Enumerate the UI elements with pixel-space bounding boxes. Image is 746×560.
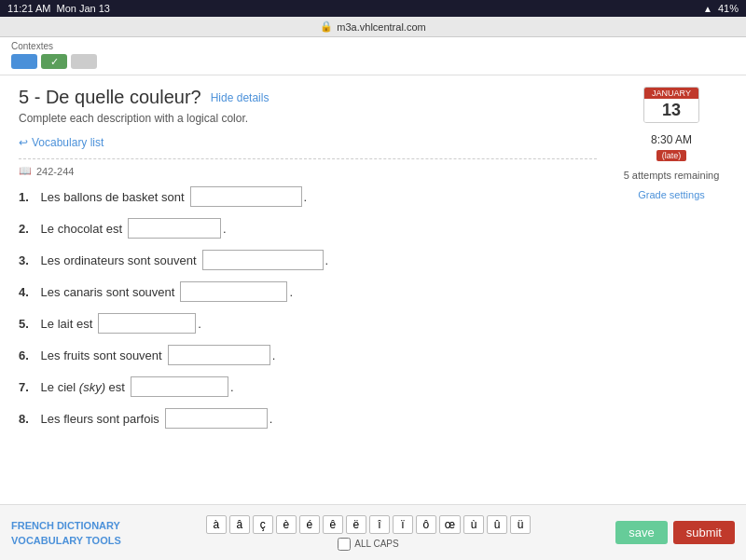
vocab-arrow-icon: ↩ [19,136,28,149]
q-text: Les canaris sont souvent [37,285,174,299]
page-ref: 📖 242-244 [19,158,597,177]
contextes-pills: ✓ [11,54,735,69]
vocab-tools-link[interactable]: VOCABULARY TOOLS [11,535,121,546]
question-number: 5 [19,87,29,107]
q-punct: . [272,348,276,362]
char-btn[interactable]: â [229,515,250,534]
q-punct: . [304,190,308,204]
char-btn[interactable]: ï [393,515,413,534]
char-btn[interactable]: è [276,515,297,534]
char-btn[interactable]: ê [323,515,343,534]
special-chars-row: àâçèéêëîïôœùûü [206,515,531,534]
q-text: Les fruits sont souvent [37,348,162,362]
question-item: 3. Les ordinateurs sont souvent. [19,250,597,270]
char-btn[interactable]: ë [346,515,366,534]
q-text: Les ordinateurs sont souvent [37,253,197,267]
char-btn[interactable]: é [299,515,320,534]
late-badge: (late) [656,150,687,161]
content-area: 5 - De quelle couleur? Hide details Comp… [0,75,746,504]
time-display: 11:21 AM [7,3,50,14]
q-punct: . [198,317,201,331]
pill-2[interactable]: ✓ [41,54,67,69]
left-content: 5 - De quelle couleur? Hide details Comp… [19,87,597,493]
q-punct: . [269,412,273,426]
char-btn[interactable]: ü [510,515,531,534]
q-text: Le ciel (sky) est [37,380,125,394]
q-punct: . [289,285,293,299]
answer-input-4[interactable] [180,281,287,302]
q-number: 2. [19,222,37,236]
status-bar-right: ▲ 41% [703,3,739,14]
day-date: Mon Jan 13 [56,3,109,14]
date-day: 13 [644,99,698,122]
char-btn[interactable]: ù [463,515,484,534]
question-item: 6. Les fruits sont souvent. [19,345,597,365]
char-btn[interactable]: ç [253,515,273,534]
q-number: 8. [19,412,37,426]
char-btn[interactable]: ô [416,515,436,534]
question-subtitle: Complete each description with a logical… [19,112,597,125]
q-text: Les fleurs sont parfois [37,412,159,426]
all-caps-label: ALL CAPS [354,539,398,549]
question-item: 4. Les canaris sont souvent. [19,281,597,302]
q-punct: . [230,380,234,394]
bottom-right: save submit [615,521,735,544]
char-btn[interactable]: œ [439,515,461,534]
char-btn[interactable]: î [369,515,390,534]
question-item: 1. Les ballons de basket sont. [19,186,597,207]
vocab-link[interactable]: ↩ Vocabulary list [19,136,597,149]
q-number: 5. [19,317,37,331]
submit-button[interactable]: submit [673,521,735,544]
url-text: m3a.vhlcentral.com [337,21,425,33]
q-number: 3. [19,253,37,267]
status-bar-left: 11:21 AM Mon Jan 13 [7,3,110,14]
date-time: 8:30 AM [651,133,692,146]
grade-settings-link[interactable]: Grade settings [638,189,705,200]
q-text: Le lait est [37,317,92,331]
q-number: 1. [19,190,37,204]
question-item: 2. Le chocolat est. [19,218,597,239]
answer-input-6[interactable] [168,345,270,365]
question-header: 5 - De quelle couleur? Hide details [19,87,597,108]
answer-input-3[interactable] [202,250,324,270]
chars-section: àâçèéêëîïôœùûü ALL CAPS [206,515,531,551]
lock-icon: 🔒 [320,20,333,33]
answer-input-1[interactable] [190,186,302,207]
q-number: 7. [19,380,37,394]
question-title-text: De quelle couleur? [46,87,201,107]
all-caps-checkbox[interactable] [338,538,351,551]
char-btn[interactable]: à [206,515,227,534]
battery-level: 41% [718,3,739,14]
wifi-icon: ▲ [703,4,712,14]
question-item: 8. Les fleurs sont parfois. [19,408,597,429]
pill-1[interactable] [11,54,37,69]
answer-input-7[interactable] [131,376,228,397]
right-panel: January 13 8:30 AM (late) 5 attempts rem… [615,87,727,493]
french-dict-link[interactable]: FRENCH DICTIONARY [11,520,121,531]
status-bar: 11:21 AM Mon Jan 13 ▲ 41% [0,0,746,17]
answer-input-2[interactable] [128,218,221,239]
q-text: Le chocolat est [37,222,122,236]
vocab-link-text: Vocabulary list [32,136,104,149]
q-number: 6. [19,348,37,362]
q-punct: . [223,222,227,236]
q-number: 4. [19,285,37,299]
attempts-text: 5 attempts remaining [615,169,727,183]
book-icon: 📖 [19,165,32,177]
contextes-bar: Contextes ✓ [0,37,746,75]
answer-input-5[interactable] [98,313,196,334]
char-btn[interactable]: û [487,515,507,534]
page-ref-text: 242-244 [36,166,74,177]
questions-list: 1. Les ballons de basket sont.2. Le choc… [19,186,597,429]
q-text: Les ballons de basket sont [37,190,185,204]
date-badge: January 13 [643,87,699,123]
bottom-toolbar: FRENCH DICTIONARY VOCABULARY TOOLS àâçèé… [0,504,746,560]
date-month: January [644,88,698,99]
contextes-label: Contextes [11,41,735,51]
all-caps-row: ALL CAPS [338,538,398,551]
hide-details-link[interactable]: Hide details [211,91,269,104]
save-button[interactable]: save [615,521,667,544]
answer-input-8[interactable] [165,408,268,429]
pill-3[interactable] [71,54,97,69]
question-title: 5 - De quelle couleur? [19,87,201,108]
